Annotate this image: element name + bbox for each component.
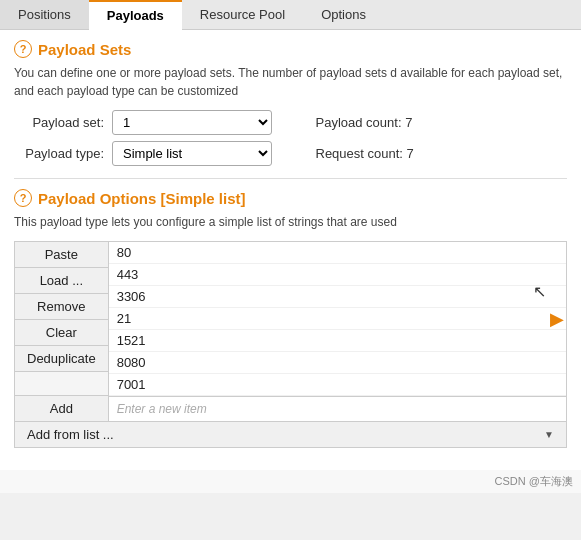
payload-options-section: ? Payload Options [Simple list] This pay… — [14, 189, 567, 448]
paste-button[interactable]: Paste — [15, 242, 108, 268]
main-content: ? Payload Sets You can define one or mor… — [0, 30, 581, 470]
payload-set-select[interactable]: 1 2 3 — [112, 110, 272, 135]
payload-list-area: Paste Load ... Remove Clear Deduplicate … — [14, 241, 567, 422]
payload-type-label: Payload type: — [14, 146, 104, 161]
add-from-list-button[interactable]: Add from list ... ▼ — [14, 422, 567, 448]
list-item[interactable]: 80 — [109, 242, 566, 264]
tab-positions[interactable]: Positions — [0, 0, 89, 29]
list-item[interactable]: 3306 — [109, 286, 566, 308]
scroll-indicator: ▶ — [550, 308, 564, 330]
list-item[interactable]: 7001 — [109, 374, 566, 396]
list-item[interactable]: 1521 — [109, 330, 566, 352]
payload-sets-form: Payload set: 1 2 3 Payload count: 7 Payl… — [14, 110, 567, 166]
payload-sets-description: You can define one or more payload sets.… — [14, 64, 567, 100]
payload-count-label: Payload count: 7 — [316, 115, 413, 130]
list-item[interactable]: 8080 — [109, 352, 566, 374]
remove-button[interactable]: Remove — [15, 294, 108, 320]
tab-resource-pool[interactable]: Resource Pool — [182, 0, 303, 29]
dropdown-arrow-icon: ▼ — [544, 429, 554, 440]
list-area: 80 443 3306 21 1521 8080 7001 ↖ ▶ — [109, 242, 566, 421]
payload-type-select[interactable]: Simple list Runtime file Numbers Dates B… — [112, 141, 272, 166]
section-divider — [14, 178, 567, 179]
watermark: CSDN @车海澳 — [0, 470, 581, 493]
payload-set-label: Payload set: — [14, 115, 104, 130]
list-items-container[interactable]: 80 443 3306 21 1521 8080 7001 ↖ ▶ — [109, 242, 566, 396]
clear-button[interactable]: Clear — [15, 320, 108, 346]
payload-options-title: Payload Options [Simple list] — [38, 190, 246, 207]
payload-options-header: ? Payload Options [Simple list] — [14, 189, 567, 207]
payload-options-help-icon[interactable]: ? — [14, 189, 32, 207]
payload-options-description: This payload type lets you configure a s… — [14, 213, 567, 231]
payload-set-col: Payload set: 1 2 3 — [14, 110, 286, 135]
request-count-col: Request count: 7 — [296, 141, 568, 166]
list-item[interactable]: 21 — [109, 308, 566, 330]
payload-count-col: Payload count: 7 — [296, 110, 568, 135]
payload-type-col: Payload type: Simple list Runtime file N… — [14, 141, 286, 166]
tab-payloads[interactable]: Payloads — [89, 0, 182, 30]
payload-sets-title: Payload Sets — [38, 41, 131, 58]
tab-options[interactable]: Options — [303, 0, 384, 29]
payload-sets-help-icon[interactable]: ? — [14, 40, 32, 58]
add-button[interactable]: Add — [15, 396, 108, 421]
request-count-value: 7 — [407, 146, 414, 161]
tab-bar: Positions Payloads Resource Pool Options — [0, 0, 581, 30]
deduplicate-button[interactable]: Deduplicate — [15, 346, 108, 372]
action-buttons-col: Paste Load ... Remove Clear Deduplicate … — [15, 242, 109, 421]
payload-sets-section: ? Payload Sets You can define one or mor… — [14, 40, 567, 166]
new-item-input[interactable] — [109, 396, 566, 421]
payload-count-value: 7 — [405, 115, 412, 130]
add-from-list-label: Add from list ... — [27, 427, 114, 442]
request-count-label: Request count: 7 — [316, 146, 414, 161]
list-item[interactable]: 443 — [109, 264, 566, 286]
load-button[interactable]: Load ... — [15, 268, 108, 294]
cursor-indicator: ↖ — [533, 282, 546, 301]
payload-sets-header: ? Payload Sets — [14, 40, 567, 58]
